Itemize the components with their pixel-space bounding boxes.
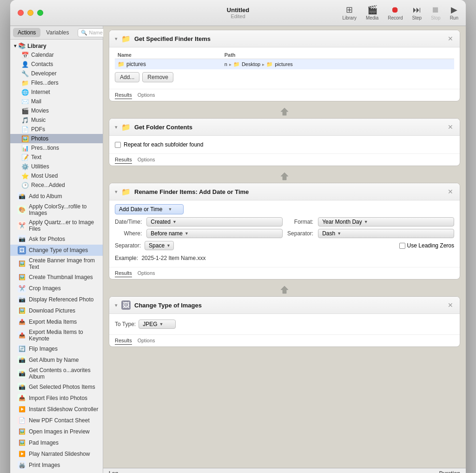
card-change-type-close[interactable]: ✕: [447, 301, 454, 309]
card-collapse-arrow[interactable]: ▾: [115, 36, 118, 42]
card-rename-finder-items-header: ▾ 📁 Rename Finder Items: Add Date or Tim…: [109, 183, 460, 200]
close-button[interactable]: [18, 10, 24, 16]
action-get-album[interactable]: 📸 Get Album by Name: [10, 354, 103, 366]
minimize-button[interactable]: [27, 10, 33, 16]
action-change-type[interactable]: 🖼 Change Type of Images: [10, 245, 103, 256]
remove-button[interactable]: Remove: [142, 72, 173, 82]
panel-tabs: Actions Variables 🔍 Name: [10, 26, 103, 40]
stop-button[interactable]: ⏹ Stop: [431, 6, 441, 20]
library-label: Library: [342, 15, 357, 20]
action-play-narrated[interactable]: ▶️ Play Narrated Slideshow: [10, 448, 103, 460]
card-collapse-arrow-2[interactable]: ▾: [115, 124, 118, 130]
tree-item-photos[interactable]: 🖼️ Photos: [10, 134, 103, 143]
results-tab-4[interactable]: Results: [115, 338, 132, 345]
add-date-type-select[interactable]: Add Date or Time ▼: [115, 204, 184, 214]
action-pad-images-icon: 🖼️: [18, 439, 26, 447]
jpeg-select[interactable]: JPEG ▼: [139, 320, 176, 329]
tree-item-mail[interactable]: ✉️ Mail: [10, 97, 103, 106]
card-rename-finder-items-close[interactable]: ✕: [447, 188, 454, 195]
action-instant-slideshow[interactable]: ▶️ Instant Slideshow Controller: [10, 404, 103, 415]
year-month-day-dropdown[interactable]: Year Month Day ▼: [318, 217, 454, 227]
window-title: Untitled: [227, 7, 249, 13]
where-label: Where:: [115, 230, 142, 237]
record-button[interactable]: ⏺ Record: [388, 6, 403, 20]
separator-row: Separator: Space ▼ Use Leading Zeros: [115, 241, 454, 250]
tab-actions[interactable]: Actions: [13, 28, 40, 37]
svg-marker-2: [281, 286, 288, 293]
space-dropdown[interactable]: Space ▼: [145, 241, 174, 250]
maximize-button[interactable]: [37, 10, 43, 16]
tree-item-movies[interactable]: 🎬 Movies: [10, 106, 103, 115]
tree-item-most-used[interactable]: ⭐ Most Used: [10, 171, 103, 180]
search-box[interactable]: 🔍 Name: [78, 28, 106, 37]
options-tab-2[interactable]: Options: [138, 157, 155, 164]
subfolder-checkbox[interactable]: [115, 142, 121, 148]
action-export-media[interactable]: 📤 Export Media Items: [10, 316, 103, 327]
tree-item-files[interactable]: 📁 Files...ders: [10, 78, 103, 87]
action-apply-quartz[interactable]: ✂️ Apply Quartz...er to Image Files: [10, 218, 103, 233]
tab-variables[interactable]: Variables: [41, 28, 73, 37]
tree-item-music[interactable]: 🎵 Music: [10, 115, 103, 125]
action-get-selected[interactable]: 📸 Get Selected Photos Items: [10, 381, 103, 393]
options-tab-3[interactable]: Options: [138, 270, 155, 277]
action-pad-images[interactable]: 🖼️ Pad Images: [10, 437, 103, 448]
tree-item-contacts[interactable]: 👤 Contacts: [10, 60, 103, 69]
library-section-header[interactable]: ▾ 📚 Library: [10, 41, 103, 50]
action-new-pdf[interactable]: 📄 New PDF Contact Sheet: [10, 415, 103, 426]
action-flip-images[interactable]: 🔄 Flip Images: [10, 343, 103, 354]
tree-item-calendar-label: Calendar: [31, 52, 54, 58]
tree-item-internet[interactable]: 🌐 Internet: [10, 87, 103, 97]
action-get-contents[interactable]: 📸 Get Contents o...avorites Album: [10, 366, 103, 381]
tree-item-developer[interactable]: 🔧 Developer: [10, 69, 103, 78]
card-get-folder-contents-close[interactable]: ✕: [447, 123, 454, 131]
year-month-day-label: Year Month Day: [322, 219, 362, 225]
action-export-keynote[interactable]: 📤 Export Media Items to Keynote: [10, 327, 103, 343]
action-add-to-album[interactable]: 📸 Add to Album: [10, 191, 103, 202]
action-render-quartz[interactable]: ✂️ Render Quartz...s to Image Files: [10, 471, 103, 473]
results-tab-2[interactable]: Results: [115, 157, 132, 164]
results-tab-1[interactable]: Results: [115, 92, 132, 99]
library-button[interactable]: ⊞ Library: [342, 6, 357, 20]
card-get-specified-finder-items-footer: Results Options: [109, 89, 460, 101]
card-change-type-header: ▾ 🖼 Change Type of Images ✕: [109, 297, 460, 314]
tree-item-presentations-label: Pres...tions: [31, 145, 59, 151]
before-name-dropdown[interactable]: Before name ▼: [146, 229, 283, 238]
action-display-ref[interactable]: 📷 Display Referenced Photo: [10, 294, 103, 305]
calendar-icon: 📅: [21, 51, 29, 59]
add-button[interactable]: Add...: [115, 72, 139, 82]
tree-item-presentations[interactable]: 📊 Pres...tions: [10, 143, 103, 153]
tree-item-recent-added[interactable]: 🕑 Rece...Added: [10, 180, 103, 190]
tree-item-calendar[interactable]: 📅 Calendar: [10, 50, 103, 60]
card-collapse-arrow-4[interactable]: ▾: [115, 302, 118, 308]
action-create-thumbnail-label: Create Thumbnail Images: [29, 274, 93, 280]
action-create-thumbnail[interactable]: 🖼️ Create Thumbnail Images: [10, 272, 103, 283]
tree-item-pdfs[interactable]: 📄 PDFs: [10, 125, 103, 134]
dash-dropdown[interactable]: Dash ▼: [318, 229, 454, 238]
media-button[interactable]: 🎬 Media: [366, 6, 378, 20]
action-print-images-icon: 🖨️: [18, 461, 26, 469]
tree-item-text[interactable]: 📝 Text: [10, 153, 103, 162]
action-import-files[interactable]: 📥 Import Files into Photos: [10, 393, 103, 404]
action-crop-images[interactable]: ✂️ Crop Images: [10, 283, 103, 294]
action-create-banner[interactable]: 🖼️ Create Banner Image from Text: [10, 256, 103, 272]
card-collapse-arrow-3[interactable]: ▾: [115, 189, 118, 195]
created-dropdown[interactable]: Created ▼: [146, 217, 283, 227]
action-open-preview[interactable]: 🖼️ Open Images in Preview: [10, 426, 103, 437]
action-download-pictures[interactable]: 🖼️ Download Pictures: [10, 305, 103, 316]
leading-zeros-checkbox[interactable]: [399, 243, 405, 249]
action-apply-colorsy[interactable]: 🎨 Apply ColorSy...rofile to Images: [10, 202, 103, 218]
type-row: To Type: JPEG ▼: [115, 318, 454, 331]
action-ask-for-photos[interactable]: 📷 Ask for Photos: [10, 233, 103, 245]
action-display-ref-icon: 📷: [18, 295, 26, 304]
options-tab-1[interactable]: Options: [138, 92, 155, 99]
tree-area: ▾ 📚 Library 📅 Calendar 👤 Contacts 🔧: [10, 40, 103, 473]
mail-icon: ✉️: [21, 98, 29, 105]
step-button[interactable]: ⏭ Step: [412, 6, 422, 20]
results-tab-3[interactable]: Results: [115, 270, 132, 277]
card-get-specified-finder-items-close[interactable]: ✕: [447, 35, 454, 42]
col-name-header: Name: [115, 51, 222, 59]
tree-item-utilities[interactable]: ⚙️ Utilities: [10, 162, 103, 171]
options-tab-4[interactable]: Options: [138, 338, 155, 345]
run-button[interactable]: ▶ Run: [450, 6, 458, 20]
action-print-images[interactable]: 🖨️ Print Images: [10, 460, 103, 471]
